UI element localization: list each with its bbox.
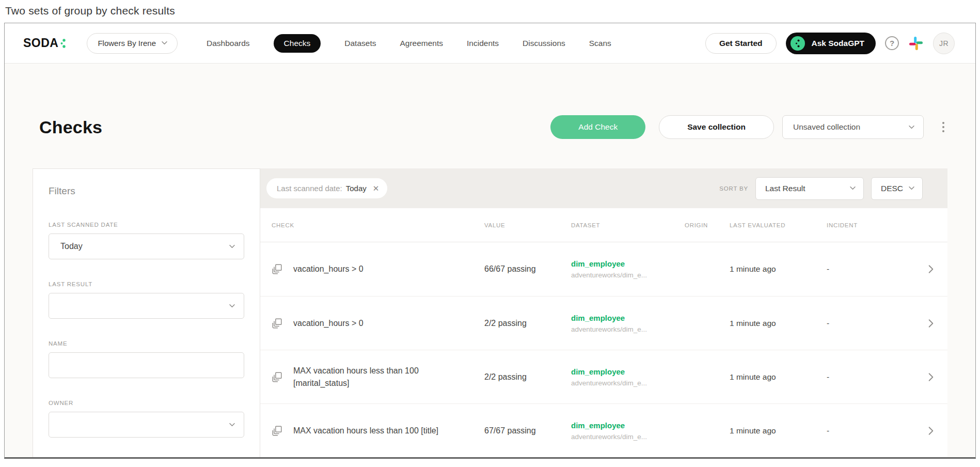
- workspace-selector[interactable]: Flowers By Irene: [87, 33, 178, 54]
- column-header-dataset: DATASET: [571, 222, 685, 228]
- incident-cell: -: [827, 264, 904, 274]
- get-started-button[interactable]: Get Started: [705, 33, 777, 54]
- incident-cell: -: [827, 319, 904, 328]
- content-area: Filters LAST SCANNED DATE Today LAST RES…: [33, 168, 947, 459]
- nav-incidents[interactable]: Incidents: [467, 34, 499, 53]
- header-right: Get Started Ask SodaGPT ? JR: [705, 33, 955, 54]
- sort-controls: SORT BY Last Result DESC: [719, 177, 923, 200]
- row-chevron-right-icon[interactable]: [904, 372, 935, 382]
- active-filter-chip: Last scanned date: Today ✕: [266, 178, 387, 198]
- filter-label: LAST SCANNED DATE: [49, 222, 244, 228]
- save-collection-button[interactable]: Save collection: [659, 115, 774, 139]
- last-evaluated-cell: 1 minute ago: [730, 264, 827, 274]
- sort-by-label: SORT BY: [719, 185, 748, 192]
- check-name-cell: MAX vacation hours less than 100 [marita…: [293, 365, 484, 388]
- row-chevron-right-icon[interactable]: [904, 426, 935, 435]
- nav-datasets[interactable]: Datasets: [344, 34, 376, 53]
- incident-cell: -: [827, 372, 904, 382]
- user-avatar[interactable]: JR: [933, 33, 955, 54]
- dataset-path: adventureworks/dim_e...: [571, 379, 647, 387]
- dataset-path: adventureworks/dim_e...: [571, 325, 647, 333]
- last-scanned-date-select[interactable]: Today: [49, 234, 244, 259]
- chip-label: Last scanned date:: [277, 184, 342, 193]
- last-scanned-date-value: Today: [60, 242, 83, 251]
- column-header-check: CHECK: [272, 222, 484, 228]
- table-header-row: CHECK VALUE DATASET ORIGIN LAST EVALUATE…: [260, 208, 947, 242]
- dataset-cell: dim_employee adventureworks/dim_e...: [571, 421, 685, 441]
- checks-page: Checks Add Check Save collection Unsaved…: [5, 64, 975, 459]
- screenshot-caption: Two sets of group by check results: [5, 5, 175, 17]
- owner-select[interactable]: [49, 412, 244, 438]
- dataset-cell: dim_employee adventureworks/dim_e...: [571, 259, 685, 279]
- filters-title: Filters: [49, 185, 244, 197]
- chevron-down-icon: [229, 304, 235, 308]
- check-name-cell: MAX vacation hours less than 100 [title]: [293, 425, 484, 437]
- checks-table: CHECK VALUE DATASET ORIGIN LAST EVALUATE…: [260, 208, 947, 458]
- chevron-down-icon: [161, 41, 168, 45]
- slack-icon[interactable]: [908, 36, 924, 51]
- filters-panel: Filters LAST SCANNED DATE Today LAST RES…: [33, 168, 260, 459]
- check-name-cell: vacation_hours > 0: [293, 263, 484, 275]
- row-chevron-right-icon[interactable]: [904, 319, 935, 328]
- page-title: Checks: [39, 117, 102, 137]
- incident-cell: -: [827, 426, 904, 435]
- table-row[interactable]: MAX vacation hours less than 100 [marita…: [260, 350, 947, 403]
- soda-logo-text: SODA: [23, 37, 58, 49]
- table-row[interactable]: MAX vacation hours less than 100 [title]…: [260, 403, 947, 457]
- name-input[interactable]: [49, 352, 244, 378]
- dataset-path: adventureworks/dim_e...: [571, 433, 647, 441]
- chip-close-icon[interactable]: ✕: [373, 184, 380, 193]
- dataset-link[interactable]: dim_employee: [571, 259, 625, 268]
- app-header: SODA Flowers By Irene Dashboards Checks …: [5, 23, 975, 64]
- collection-dropdown[interactable]: Unsaved collection: [782, 115, 924, 139]
- chevron-down-icon: [229, 244, 235, 249]
- soda-logo[interactable]: SODA: [23, 37, 67, 50]
- chevron-down-icon: [849, 186, 856, 191]
- column-header-last-evaluated: LAST EVALUATED: [730, 222, 827, 228]
- results-section: Last scanned date: Today ✕ SORT BY Last …: [260, 168, 947, 458]
- filter-owner: OWNER: [49, 400, 244, 438]
- grouped-checks-icon: [272, 371, 293, 383]
- row-chevron-right-icon[interactable]: [904, 264, 935, 274]
- filter-last-scanned-date: LAST SCANNED DATE Today: [49, 222, 244, 259]
- nav-dashboards[interactable]: Dashboards: [207, 34, 250, 53]
- check-value-cell: 2/2 passing: [484, 319, 571, 328]
- column-header-incident: INCIDENT: [827, 222, 904, 228]
- last-result-select[interactable]: [49, 293, 244, 319]
- filter-name: NAME: [49, 340, 244, 378]
- add-check-button[interactable]: Add Check: [550, 115, 645, 139]
- dataset-cell: dim_employee adventureworks/dim_e...: [571, 367, 685, 387]
- soda-logo-dots-icon: [60, 37, 67, 50]
- ask-sodagpt-label: Ask SodaGPT: [812, 39, 865, 48]
- grouped-checks-icon: [272, 425, 293, 437]
- grouped-checks-icon: [272, 263, 293, 275]
- table-row[interactable]: vacation_hours > 0 66/67 passing dim_emp…: [260, 242, 947, 296]
- results-toolbar: Last scanned date: Today ✕ SORT BY Last …: [260, 168, 947, 208]
- kebab-menu-icon[interactable]: [939, 119, 947, 135]
- chevron-down-icon: [908, 125, 915, 130]
- workspace-name: Flowers By Irene: [98, 39, 156, 48]
- dataset-link[interactable]: dim_employee: [571, 421, 625, 430]
- chip-value: Today: [346, 184, 367, 193]
- sort-field-select[interactable]: Last Result: [755, 177, 864, 200]
- dataset-link[interactable]: dim_employee: [571, 367, 625, 376]
- nav-agreements[interactable]: Agreements: [400, 34, 443, 53]
- last-evaluated-cell: 1 minute ago: [730, 372, 827, 382]
- app-frame: SODA Flowers By Irene Dashboards Checks …: [4, 23, 976, 459]
- ask-sodagpt-button[interactable]: Ask SodaGPT: [786, 33, 876, 54]
- nav-discussions[interactable]: Discussions: [523, 34, 565, 53]
- check-value-cell: 66/67 passing: [484, 264, 571, 274]
- help-icon[interactable]: ?: [885, 36, 899, 50]
- chevron-down-icon: [229, 423, 235, 427]
- filter-last-result: LAST RESULT: [49, 281, 244, 319]
- check-value-cell: 67/67 passing: [484, 426, 571, 435]
- nav-scans[interactable]: Scans: [589, 34, 611, 53]
- page-head: Checks Add Check Save collection Unsaved…: [33, 64, 947, 139]
- chevron-down-icon: [908, 186, 915, 191]
- filter-label: OWNER: [49, 400, 244, 406]
- sodagpt-icon: [790, 36, 805, 51]
- nav-checks[interactable]: Checks: [274, 34, 321, 53]
- sort-direction-select[interactable]: DESC: [871, 177, 923, 200]
- dataset-link[interactable]: dim_employee: [571, 314, 625, 322]
- table-row[interactable]: vacation_hours > 0 2/2 passing dim_emplo…: [260, 296, 947, 350]
